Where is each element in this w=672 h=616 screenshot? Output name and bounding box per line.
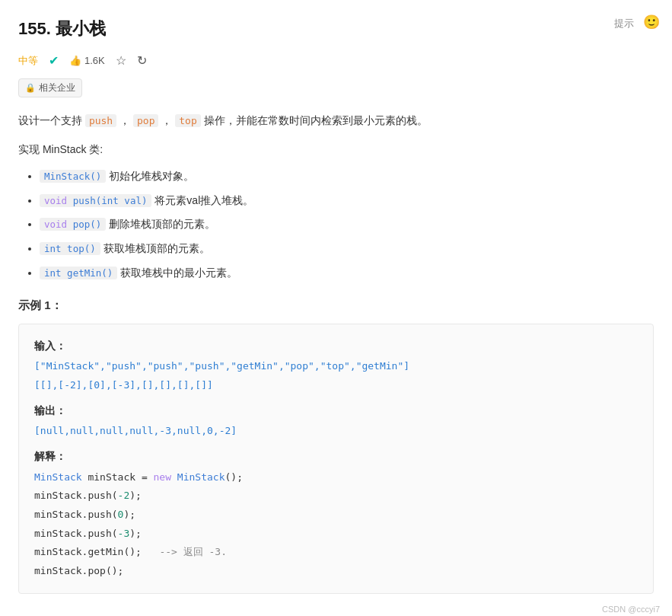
input-line1: ["MinStack","push","push","push","getMin… bbox=[34, 357, 638, 376]
explain-line-3: minStack.push(0); bbox=[34, 506, 638, 525]
meta-row: 中等 ✔ 👍 1.6K ☆ ↻ bbox=[18, 51, 654, 71]
explain-line-4: minStack.push(-3); bbox=[34, 525, 638, 544]
example-title: 示例 1： bbox=[18, 296, 654, 314]
star-button[interactable]: ☆ bbox=[116, 51, 126, 71]
page-title: 155. 最小栈 bbox=[18, 15, 654, 42]
difficulty-badge: 中等 bbox=[18, 53, 38, 69]
lock-icon: 🔒 bbox=[25, 81, 36, 95]
method-tag-5: int getMin() bbox=[40, 267, 117, 279]
list-item: int getMin() 获取堆栈中的最小元素。 bbox=[40, 264, 654, 282]
explain-line-1: MinStack minStack = new MinStack(); bbox=[34, 468, 638, 487]
page-container: 提示 🙂 155. 最小栈 中等 ✔ 👍 1.6K ☆ ↻ 🔒 相关企业 设计一… bbox=[0, 0, 672, 616]
top-inline: top bbox=[175, 114, 200, 127]
explain-label: 解释： bbox=[34, 447, 638, 467]
method-tag-1: MinStack() bbox=[40, 170, 106, 183]
push-inline: push bbox=[85, 114, 116, 127]
solved-icon: ✔ bbox=[49, 51, 59, 71]
output-label: 输出： bbox=[34, 401, 638, 421]
company-tag[interactable]: 🔒 相关企业 bbox=[18, 78, 82, 97]
output-value: [null,null,null,null,-3,null,0,-2] bbox=[34, 422, 638, 441]
list-item: int top() 获取堆栈顶部的元素。 bbox=[40, 240, 654, 258]
smiley-button[interactable]: 🙂 bbox=[643, 14, 660, 30]
example-section: 示例 1： 输入： ["MinStack","push","push","pus… bbox=[18, 296, 654, 594]
hint-button[interactable]: 提示 bbox=[614, 17, 634, 30]
method-tag-2: void push(int val) bbox=[40, 194, 151, 207]
method-list: MinStack() 初始化堆栈对象。 void push(int val) 将… bbox=[18, 168, 654, 282]
example-box: 输入： ["MinStack","push","push","push","ge… bbox=[18, 324, 654, 594]
explain-line-6: minStack.pop(); bbox=[34, 562, 638, 581]
pop-inline: pop bbox=[133, 114, 158, 127]
like-count: 1.6K bbox=[84, 53, 105, 69]
thumb-up-icon: 👍 bbox=[69, 53, 81, 69]
main-description: 设计一个支持 push ， pop ， top 操作，并能在常数时间内检索到最小… bbox=[18, 111, 654, 130]
explain-line-5: minStack.getMin(); --> 返回 -3. bbox=[34, 543, 638, 562]
method-tag-3: void pop() bbox=[40, 218, 106, 231]
implement-text: 实现 MinStack 类: bbox=[18, 141, 654, 158]
csdn-watermark: CSDN @cccyi7 bbox=[602, 603, 660, 616]
tag-row: 🔒 相关企业 bbox=[18, 78, 654, 97]
refresh-button[interactable]: ↻ bbox=[137, 51, 147, 71]
list-item: void pop() 删除堆栈顶部的元素。 bbox=[40, 215, 654, 234]
list-item: MinStack() 初始化堆栈对象。 bbox=[40, 168, 654, 186]
method-tag-4: int top() bbox=[40, 242, 100, 255]
explain-line-2: minStack.push(-2); bbox=[34, 487, 638, 506]
company-tag-label: 相关企业 bbox=[39, 81, 75, 95]
smiley-icon: 🙂 bbox=[643, 14, 660, 30]
like-button[interactable]: 👍 1.6K bbox=[69, 53, 105, 69]
input-line2: [[],[-2],[0],[-3],[],[],[],[]] bbox=[34, 376, 638, 395]
input-label: 输入： bbox=[34, 337, 638, 356]
list-item: void push(int val) 将元素val推入堆栈。 bbox=[40, 192, 654, 210]
